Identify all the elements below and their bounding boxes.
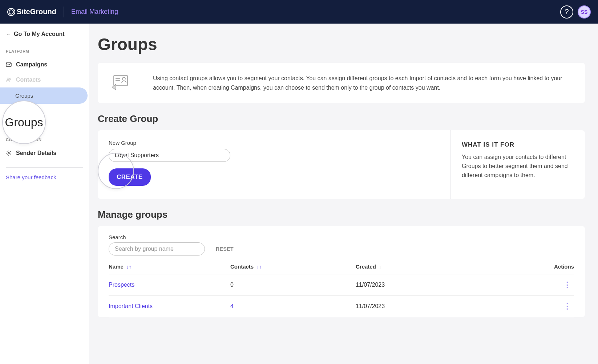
header-right: ? SS bbox=[560, 5, 591, 19]
group-contacts-count[interactable]: 4 bbox=[230, 303, 356, 310]
gear-icon bbox=[6, 150, 12, 156]
create-group-title: Create Group bbox=[98, 113, 585, 124]
reset-button[interactable]: RESET bbox=[216, 246, 234, 252]
feedback-label: Share your feedback bbox=[6, 174, 56, 180]
manage-groups-title: Manage groups bbox=[98, 209, 585, 220]
envelope-icon bbox=[6, 62, 12, 68]
group-created-date: 11/07/2023 bbox=[356, 282, 545, 288]
sort-icon: ↓↑ bbox=[256, 264, 262, 270]
header-left: SiteGround Email Marketing bbox=[7, 7, 118, 17]
info-card: Using contact groups allows you to segme… bbox=[98, 63, 585, 103]
sidebar-item-label: Sender Details bbox=[16, 150, 56, 156]
avatar[interactable]: SS bbox=[578, 5, 591, 19]
search-label: Search bbox=[109, 234, 574, 240]
group-name-link[interactable]: Prospects bbox=[109, 282, 230, 288]
row-actions: ⋮ bbox=[545, 280, 574, 290]
create-button[interactable]: CREATE bbox=[109, 168, 151, 186]
contact-group-icon bbox=[111, 74, 140, 92]
svg-point-2 bbox=[9, 78, 11, 79]
group-contacts-count: 0 bbox=[230, 282, 356, 288]
reset-label: RESET bbox=[216, 246, 234, 252]
sidebar-item-contacts[interactable]: Contacts bbox=[0, 72, 89, 87]
table-row: Prospects 0 11/07/2023 ⋮ bbox=[109, 274, 574, 296]
what-is-it-for-panel: WHAT IS IT FOR You can assign your conta… bbox=[450, 130, 585, 199]
create-form: New Group CREATE bbox=[98, 130, 450, 199]
siteground-logo[interactable]: SiteGround bbox=[7, 8, 56, 16]
divider-icon bbox=[64, 7, 64, 17]
column-actions: Actions bbox=[545, 263, 574, 270]
platform-section-label: PLATFORM bbox=[0, 44, 89, 57]
sidebar-item-sender-details[interactable]: Sender Details bbox=[0, 146, 89, 161]
info-text: Using contact groups allows you to segme… bbox=[153, 74, 572, 92]
table-row: Important Clients 4 11/07/2023 ⋮ bbox=[109, 296, 574, 317]
sidebar-item-label: WP Site bbox=[15, 107, 35, 114]
new-group-label: New Group bbox=[109, 140, 440, 146]
kebab-menu-icon[interactable]: ⋮ bbox=[560, 280, 574, 289]
sidebar-item-campaigns[interactable]: Campaigns bbox=[0, 57, 89, 72]
main-content: Groups Using contact groups allows you t… bbox=[89, 24, 598, 364]
logo-text: SiteGround bbox=[17, 8, 56, 16]
row-actions: ⋮ bbox=[545, 302, 574, 311]
svg-point-1 bbox=[7, 78, 9, 80]
help-button[interactable]: ? bbox=[560, 5, 573, 19]
back-to-account-link[interactable]: ← Go To My Account bbox=[0, 31, 89, 44]
sidebar-item-wp-site[interactable]: WP Site bbox=[0, 104, 89, 117]
new-group-input[interactable] bbox=[109, 149, 230, 162]
avatar-initials: SS bbox=[581, 9, 588, 15]
sidebar-item-analytics[interactable]: Analytics bbox=[0, 117, 89, 132]
group-name-link[interactable]: Important Clients bbox=[109, 303, 230, 310]
search-input[interactable] bbox=[109, 242, 205, 255]
wif-title: WHAT IS IT FOR bbox=[462, 141, 574, 148]
sidebar-item-label: Groups bbox=[15, 93, 33, 99]
sidebar-item-label: Analytics bbox=[16, 122, 42, 128]
arrow-left-icon: ← bbox=[6, 31, 11, 37]
groups-table: Name ↓↑ Contacts ↓↑ Created ↓ Actions bbox=[109, 263, 574, 317]
svg-rect-0 bbox=[6, 63, 11, 66]
logo-icon bbox=[7, 8, 15, 16]
column-name[interactable]: Name ↓↑ bbox=[109, 263, 230, 270]
group-created-date: 11/07/2023 bbox=[356, 303, 545, 310]
column-created[interactable]: Created ↓ bbox=[356, 263, 545, 270]
share-feedback-link[interactable]: Share your feedback bbox=[0, 174, 89, 180]
people-icon bbox=[6, 77, 12, 83]
kebab-menu-icon[interactable]: ⋮ bbox=[560, 302, 574, 311]
column-contacts[interactable]: Contacts ↓↑ bbox=[230, 263, 356, 270]
sidebar-item-groups[interactable]: Groups bbox=[0, 87, 88, 104]
sidebar: ← Go To My Account PLATFORM Campaigns Co… bbox=[0, 24, 89, 364]
manage-groups-card: Search RESET Name ↓↑ Contacts ↓↑ bbox=[98, 226, 585, 317]
create-button-label: CREATE bbox=[117, 173, 143, 180]
back-label: Go To My Account bbox=[14, 31, 65, 37]
svg-point-8 bbox=[122, 77, 125, 80]
table-header: Name ↓↑ Contacts ↓↑ Created ↓ Actions bbox=[109, 263, 574, 274]
svg-point-4 bbox=[8, 152, 9, 154]
wif-text: You can assign your contacts to differen… bbox=[462, 153, 574, 180]
create-group-card: New Group CREATE WHAT IS IT FOR You can … bbox=[98, 130, 585, 199]
sort-icon: ↓↑ bbox=[126, 264, 132, 270]
help-icon: ? bbox=[565, 8, 569, 16]
sidebar-item-label: Campaigns bbox=[16, 61, 47, 68]
configuration-section-label: CONFIGURATION bbox=[0, 132, 89, 146]
page-title: Groups bbox=[98, 34, 585, 54]
divider bbox=[6, 167, 83, 168]
app-name[interactable]: Email Marketing bbox=[71, 8, 118, 16]
sort-icon: ↓ bbox=[379, 264, 381, 270]
chart-icon bbox=[6, 122, 12, 128]
sidebar-item-label: Contacts bbox=[16, 77, 41, 83]
app-header: SiteGround Email Marketing ? SS bbox=[0, 0, 598, 24]
